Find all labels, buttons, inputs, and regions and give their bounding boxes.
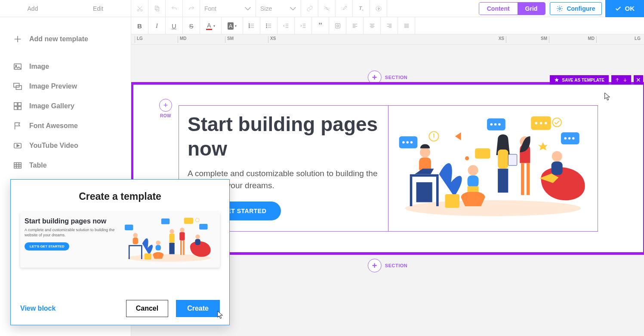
column-right[interactable] — [388, 106, 598, 231]
size-select[interactable]: Size — [256, 0, 301, 17]
arrow-up-icon[interactable] — [615, 77, 620, 82]
section-close-button[interactable]: ✕ — [634, 75, 643, 85]
bold-button[interactable]: B — [131, 17, 148, 34]
italic-button[interactable]: I — [148, 17, 166, 34]
help-icon: ? — [375, 5, 382, 12]
text-color-button[interactable]: A▾ — [200, 17, 222, 34]
quote-button[interactable]: ” — [312, 17, 329, 34]
svg-rect-72 — [145, 254, 151, 260]
hero-title: Start building pages now — [188, 112, 379, 162]
svg-rect-52 — [436, 177, 439, 206]
svg-rect-62 — [521, 163, 524, 195]
italic-icon: I — [156, 22, 158, 30]
section-label: SECTION — [385, 75, 407, 80]
underline-button[interactable]: U — [166, 17, 183, 34]
strike-button[interactable]: S — [183, 17, 200, 34]
svg-point-26 — [405, 200, 581, 216]
clear-format-button[interactable]: T — [353, 0, 370, 17]
add-section-top[interactable]: + SECTION — [368, 70, 407, 84]
bg-color-icon: A — [228, 22, 234, 30]
plus-circle-icon: + — [368, 259, 382, 272]
svg-rect-68 — [161, 219, 169, 224]
view-block-link[interactable]: View block — [20, 305, 55, 312]
redo-button[interactable] — [183, 0, 200, 17]
copy-button[interactable] — [148, 0, 166, 17]
cancel-button[interactable]: Cancel — [126, 300, 168, 317]
breakpoint-ruler: LG MD SM XS XS SM MD LG — [131, 34, 644, 45]
cut-button[interactable] — [131, 0, 148, 17]
undo-button[interactable] — [166, 0, 183, 17]
create-template-modal: Create a template Start building pages n… — [10, 179, 230, 325]
special-char-icon — [334, 22, 341, 29]
sidebar-item-label: Image — [29, 63, 49, 70]
ol-button[interactable]: 123 — [243, 17, 260, 34]
svg-rect-75 — [129, 245, 142, 246]
strike-icon: S — [189, 22, 193, 30]
bg-color-button[interactable]: A▾ — [222, 17, 243, 34]
svg-point-36 — [535, 122, 538, 125]
svg-text:T: T — [359, 6, 362, 11]
bp-xs-right: XS — [499, 36, 506, 43]
chevron-down-icon — [290, 5, 296, 12]
svg-point-21 — [266, 24, 267, 24]
sidebar-tab-edit[interactable]: Edit — [65, 0, 131, 17]
row[interactable]: Start building pages now A complete and … — [179, 105, 598, 232]
unlink-button[interactable] — [318, 0, 336, 17]
sidebar-item-image[interactable]: Image — [13, 57, 131, 76]
chevron-down-icon — [244, 5, 251, 12]
ok-button[interactable]: OK — [605, 0, 644, 17]
svg-point-44 — [552, 118, 561, 127]
sidebar-item-label: Font Awesome — [29, 122, 78, 130]
svg-rect-65 — [552, 162, 563, 175]
align-center-button[interactable] — [364, 17, 381, 34]
outdent-button[interactable] — [277, 17, 295, 34]
svg-rect-77 — [141, 246, 142, 259]
svg-rect-69 — [184, 218, 193, 224]
cut-icon — [136, 5, 143, 12]
sidebar-item-table[interactable]: Table — [13, 156, 131, 175]
brush-button[interactable] — [336, 0, 353, 17]
link-icon — [306, 5, 313, 12]
create-button[interactable]: Create — [176, 300, 220, 317]
view-mode-content[interactable]: Content — [479, 3, 518, 15]
ul-button[interactable] — [260, 17, 277, 34]
indent-button[interactable] — [295, 17, 312, 34]
align-justify-button[interactable] — [398, 17, 415, 34]
add-new-template[interactable]: Add new template — [13, 29, 131, 49]
sidebar-item-font-awesome[interactable]: Font Awesome — [13, 116, 131, 136]
modal-title: Create a template — [20, 191, 220, 202]
brush-icon — [341, 5, 348, 12]
font-select[interactable]: Font — [200, 0, 256, 17]
svg-rect-82 — [169, 243, 174, 254]
svg-rect-3 — [16, 86, 22, 89]
sidebar-item-label: YouTube Video — [29, 142, 78, 150]
sidebar-item-youtube[interactable]: YouTube Video — [13, 136, 131, 156]
font-select-label: Font — [204, 5, 216, 12]
svg-rect-88 — [195, 239, 200, 245]
align-right-button[interactable] — [381, 17, 398, 34]
svg-point-73 — [133, 233, 138, 238]
link-button[interactable] — [301, 0, 318, 17]
help-button[interactable]: ? — [370, 0, 387, 17]
sidebar-tab-add[interactable]: Add — [0, 0, 65, 17]
svg-point-46 — [465, 156, 469, 160]
sidebar-item-image-gallery[interactable]: Image Gallery — [13, 96, 131, 116]
svg-rect-84 — [179, 232, 185, 240]
svg-rect-6 — [14, 107, 17, 110]
view-mode-grid[interactable]: Grid — [518, 3, 545, 15]
svg-point-30 — [410, 141, 413, 144]
add-section-bottom[interactable]: + SECTION — [368, 259, 407, 272]
svg-rect-9 — [14, 163, 22, 168]
svg-rect-81 — [169, 234, 174, 243]
configure-button[interactable]: Configure — [550, 2, 601, 15]
row-label: ROW — [160, 113, 171, 118]
sidebar-item-image-preview[interactable]: Image Preview — [13, 76, 131, 96]
arrow-down-icon[interactable] — [622, 77, 628, 82]
sidebar-item-label: Image Gallery — [29, 102, 74, 110]
add-row-button[interactable]: + ROW — [159, 99, 172, 118]
align-left-button[interactable] — [346, 17, 364, 34]
svg-rect-13 — [156, 7, 159, 11]
save-as-template-button[interactable]: SAVE AS TEMPLATE — [550, 75, 609, 85]
special-char-button[interactable] — [329, 17, 346, 34]
sidebar-item-label: Image Preview — [29, 82, 77, 90]
